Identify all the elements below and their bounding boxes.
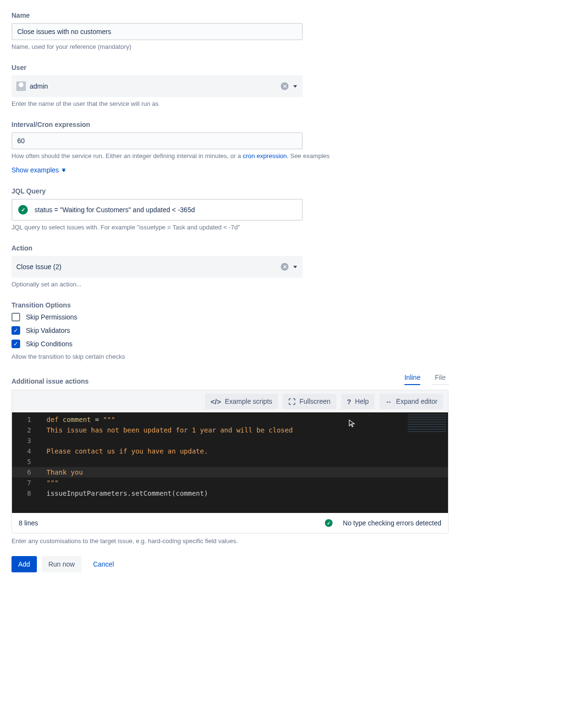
code-content: issueInputParameters.setComment(comment) bbox=[40, 488, 448, 499]
transition-section: Transition Options Skip Permissions✓Skip… bbox=[12, 301, 448, 360]
code-line[interactable]: 2This issue has not been updated for 1 y… bbox=[12, 425, 448, 435]
user-section: User admin ✕ Enter the name of the user … bbox=[12, 64, 448, 107]
jql-value: status = "Waiting for Customers" and upd… bbox=[34, 206, 195, 214]
run-now-button[interactable]: Run now bbox=[42, 556, 81, 572]
code-content: Thank you bbox=[40, 467, 448, 478]
code-content: This issue has not been updated for 1 ye… bbox=[40, 425, 448, 435]
jql-section: JQL Query ✓ status = "Waiting for Custom… bbox=[12, 187, 448, 231]
checkbox[interactable]: ✓ bbox=[12, 326, 20, 335]
line-number: 5 bbox=[12, 456, 40, 467]
fullscreen-button[interactable]: ⛶ Fullscreen bbox=[283, 394, 336, 409]
jql-help: JQL query to select issues with. For exa… bbox=[12, 224, 448, 231]
cursor-icon bbox=[348, 419, 357, 430]
checkbox[interactable] bbox=[12, 313, 20, 321]
help-icon: ? bbox=[347, 398, 351, 406]
code-icon: </> bbox=[211, 398, 221, 406]
name-section: Name Name, used for your reference (mand… bbox=[12, 11, 448, 50]
line-number: 8 bbox=[12, 488, 40, 499]
chevron-down-icon bbox=[293, 266, 297, 268]
interval-help: How often should the service run. Either… bbox=[12, 152, 448, 159]
code-content: """ bbox=[40, 478, 448, 488]
code-line[interactable]: 4Please contact us if you have an update… bbox=[12, 446, 448, 456]
add-button[interactable]: Add bbox=[12, 556, 37, 572]
name-input[interactable] bbox=[12, 23, 303, 40]
cancel-button[interactable]: Cancel bbox=[86, 556, 121, 572]
transition-label: Transition Options bbox=[12, 301, 448, 309]
check-circle-icon: ✓ bbox=[325, 519, 333, 527]
checkbox[interactable]: ✓ bbox=[12, 340, 20, 348]
code-line[interactable]: 3 bbox=[12, 435, 448, 446]
show-examples-toggle[interactable]: Show examples bbox=[12, 166, 66, 174]
expand-icon: ↔ bbox=[385, 398, 392, 406]
chevron-down-icon bbox=[293, 85, 297, 88]
action-select[interactable]: Close Issue (2) ✕ bbox=[12, 256, 303, 278]
checkbox-label: Skip Validators bbox=[26, 327, 70, 334]
code-content bbox=[40, 456, 448, 467]
code-area[interactable]: 1def comment = """2This issue has not be… bbox=[12, 412, 448, 513]
editor-header: Additional issue actions Inline File bbox=[12, 374, 448, 385]
code-editor: </> Example scripts ⛶ Fullscreen ? Help … bbox=[12, 390, 448, 534]
tab-file[interactable]: File bbox=[432, 374, 448, 385]
jql-label: JQL Query bbox=[12, 187, 448, 195]
name-help: Name, used for your reference (mandatory… bbox=[12, 43, 448, 50]
line-number: 3 bbox=[12, 435, 40, 446]
expand-editor-button[interactable]: ↔ Expand editor bbox=[380, 394, 443, 409]
user-value: admin bbox=[30, 82, 281, 90]
editor-toolbar: </> Example scripts ⛶ Fullscreen ? Help … bbox=[12, 390, 448, 412]
line-number: 6 bbox=[12, 467, 40, 478]
code-line[interactable]: 6Thank you bbox=[12, 467, 448, 478]
editor-help: Enter any customisations to the target i… bbox=[12, 537, 448, 545]
name-label: Name bbox=[12, 11, 448, 19]
checkbox-label: Skip Permissions bbox=[26, 313, 77, 321]
interval-section: Interval/Cron expression How often shoul… bbox=[12, 121, 448, 174]
code-content: def comment = """ bbox=[40, 414, 448, 425]
interval-label: Interval/Cron expression bbox=[12, 121, 448, 128]
editor-tabs: Inline File bbox=[404, 374, 448, 385]
tab-inline[interactable]: Inline bbox=[404, 374, 420, 385]
clear-icon[interactable]: ✕ bbox=[281, 263, 288, 271]
code-content: Please contact us if you have an update. bbox=[40, 446, 448, 456]
cron-link[interactable]: cron expression bbox=[243, 152, 287, 159]
transition-help: Allow the transition to skip certain che… bbox=[12, 353, 448, 360]
code-line[interactable]: 8issueInputParameters.setComment(comment… bbox=[12, 488, 448, 499]
clear-icon[interactable]: ✕ bbox=[281, 82, 288, 90]
user-help: Enter the name of the user that the serv… bbox=[12, 100, 448, 107]
user-label: User bbox=[12, 64, 448, 71]
checkbox-row: ✓Skip Validators bbox=[12, 326, 448, 335]
code-line[interactable]: 5 bbox=[12, 456, 448, 467]
code-line[interactable]: 7""" bbox=[12, 478, 448, 488]
avatar-icon bbox=[16, 81, 26, 91]
action-value: Close Issue (2) bbox=[16, 263, 281, 271]
example-scripts-button[interactable]: </> Example scripts bbox=[205, 394, 278, 409]
checkbox-row: ✓Skip Conditions bbox=[12, 340, 448, 348]
help-button[interactable]: ? Help bbox=[341, 394, 375, 409]
line-number: 2 bbox=[12, 425, 40, 435]
editor-section-label: Additional issue actions bbox=[12, 377, 89, 385]
double-chevron-down-icon bbox=[62, 169, 66, 171]
line-number: 7 bbox=[12, 478, 40, 488]
jql-input-wrapper[interactable]: ✓ status = "Waiting for Customers" and u… bbox=[12, 199, 303, 221]
action-help: Optionally set an action... bbox=[12, 281, 448, 288]
checkbox-row: Skip Permissions bbox=[12, 313, 448, 321]
line-number: 4 bbox=[12, 446, 40, 456]
check-circle-icon: ✓ bbox=[18, 205, 28, 215]
code-line[interactable]: 1def comment = """ bbox=[12, 414, 448, 425]
button-row: Add Run now Cancel bbox=[12, 556, 448, 572]
user-select[interactable]: admin ✕ bbox=[12, 75, 303, 97]
line-count: 8 lines bbox=[19, 519, 38, 527]
code-content bbox=[40, 435, 448, 446]
checkbox-label: Skip Conditions bbox=[26, 340, 72, 348]
interval-input[interactable] bbox=[12, 132, 303, 149]
action-label: Action bbox=[12, 244, 448, 252]
fullscreen-icon: ⛶ bbox=[288, 398, 296, 406]
type-check-status: No type checking errors detected bbox=[343, 519, 441, 527]
line-number: 1 bbox=[12, 414, 40, 425]
editor-status-bar: 8 lines ✓ No type checking errors detect… bbox=[12, 513, 448, 533]
minimap[interactable] bbox=[408, 414, 446, 433]
action-section: Action Close Issue (2) ✕ Optionally set … bbox=[12, 244, 448, 288]
